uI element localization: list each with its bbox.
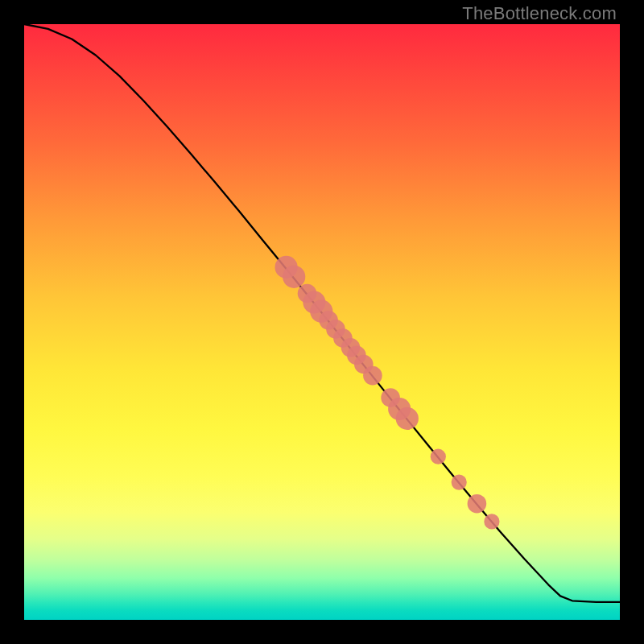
data-point xyxy=(396,407,419,430)
chart-svg xyxy=(24,24,620,620)
data-point xyxy=(484,514,499,529)
data-point xyxy=(452,475,467,490)
data-point xyxy=(283,266,305,288)
data-point xyxy=(468,494,487,514)
data-point xyxy=(363,366,382,386)
data-points xyxy=(275,256,500,530)
chart-stage: TheBottleneck.com xyxy=(0,0,644,644)
plot-area xyxy=(24,24,620,620)
data-point xyxy=(431,449,446,464)
watermark-text: TheBottleneck.com xyxy=(462,3,617,24)
